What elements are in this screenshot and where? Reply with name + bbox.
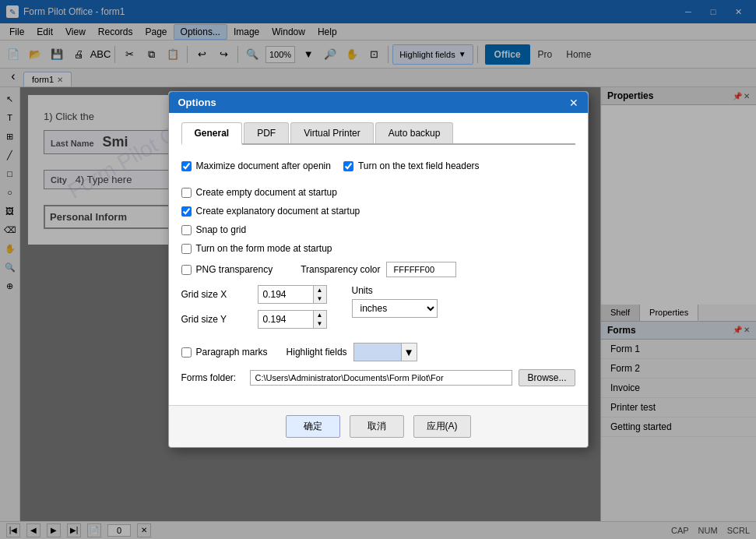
grid-size-y-row: Grid size Y ▲ ▼ <box>181 310 327 329</box>
form-mode-checkbox[interactable] <box>181 244 192 254</box>
modal-close-button[interactable]: ✕ <box>569 97 578 108</box>
transparency-color-input[interactable] <box>386 262 456 277</box>
units-select[interactable]: inches centimeters pixels <box>352 299 438 318</box>
modal-footer: 确定 取消 应用(A) <box>169 405 588 447</box>
grid-size-x-row: Grid size X ▲ ▼ <box>181 285 327 304</box>
highlight-color-picker: ▼ <box>353 343 417 361</box>
grid-size-y-up-button[interactable]: ▲ <box>314 311 326 319</box>
grid-size-x-input-wrap: ▲ ▼ <box>258 285 327 304</box>
empty-doc-checkbox[interactable] <box>181 188 192 198</box>
units-label: Units <box>352 285 438 296</box>
png-transparency-label: PNG transparency <box>196 264 273 275</box>
grid-size-x-input[interactable] <box>258 287 313 302</box>
grid-size-y-down-button[interactable]: ▼ <box>314 319 326 328</box>
browse-button[interactable]: Browse... <box>519 369 575 386</box>
modal-tabs: General PDF Virtual Printer Auto backup <box>181 122 575 145</box>
text-headers-checkbox[interactable] <box>343 161 353 171</box>
checkbox-explanatory: Create explanatory document at startup <box>181 206 575 217</box>
row-maximize-and-text: Maximize document after openin Turn on t… <box>181 160 575 179</box>
snap-grid-label: Snap to grid <box>196 224 247 235</box>
maximize-label: Maximize document after openin <box>196 160 331 171</box>
grid-size-y-input-wrap: ▲ ▼ <box>258 310 327 329</box>
modal-title: Options <box>178 97 216 108</box>
grid-size-x-down-button[interactable]: ▼ <box>314 294 326 303</box>
tab-auto-backup[interactable]: Auto backup <box>375 122 454 143</box>
para-marks-checkbox[interactable] <box>181 347 192 358</box>
para-highlight-row: Paragraph marks Highlight fields ▼ <box>181 343 575 361</box>
form-mode-label: Turn on the form mode at startup <box>196 243 332 254</box>
grid-and-units: Grid size X ▲ ▼ Grid size Y <box>181 285 575 335</box>
text-headers-label: Turn on the text field headers <box>358 160 480 171</box>
png-transparency-checkbox[interactable] <box>181 265 192 275</box>
ok-button[interactable]: 确定 <box>286 415 340 438</box>
grid-size-y-label: Grid size Y <box>181 314 251 325</box>
tab-general[interactable]: General <box>181 122 243 145</box>
grid-size-x-label: Grid size X <box>181 289 251 300</box>
grid-sizes: Grid size X ▲ ▼ Grid size Y <box>181 285 327 335</box>
checkbox-empty-doc: Create empty document at startup <box>181 187 575 198</box>
empty-doc-label: Create empty document at startup <box>196 187 337 198</box>
checkbox-maximize: Maximize document after openin <box>181 160 331 171</box>
highlight-fields-color-row: Highlight fields ▼ <box>287 343 417 361</box>
para-marks-label: Paragraph marks <box>196 347 268 358</box>
checkbox-png-wrap: PNG transparency <box>181 264 273 275</box>
transparency-color-row: Transparency color <box>285 262 456 277</box>
units-section: Units inches centimeters pixels <box>352 285 438 318</box>
tab-virtual-printer[interactable]: Virtual Printer <box>290 122 373 143</box>
modal-title-bar: Options ✕ <box>169 92 588 113</box>
maximize-checkbox[interactable] <box>181 161 192 171</box>
cancel-button[interactable]: 取消 <box>350 415 404 438</box>
options-modal: Options ✕ General PDF Virtual Printer Au… <box>168 91 589 448</box>
modal-overlay: Options ✕ General PDF Virtual Printer Au… <box>0 0 756 539</box>
checkbox-snap-grid: Snap to grid <box>181 224 575 235</box>
explanatory-checkbox[interactable] <box>181 206 192 217</box>
snap-grid-checkbox[interactable] <box>181 225 192 235</box>
png-transparency-row: PNG transparency Transparency color <box>181 262 575 277</box>
transparency-color-label: Transparency color <box>301 264 380 275</box>
forms-folder-input[interactable] <box>250 370 513 386</box>
apply-button[interactable]: 应用(A) <box>413 415 471 438</box>
modal-body: General PDF Virtual Printer Auto backup … <box>169 113 588 405</box>
highlight-color-dropdown-button[interactable]: ▼ <box>401 343 417 361</box>
grid-size-x-up-button[interactable]: ▲ <box>314 286 326 294</box>
grid-size-y-input[interactable] <box>258 312 313 327</box>
checkbox-text-headers: Turn on the text field headers <box>343 160 480 171</box>
highlight-color-swatch[interactable] <box>354 343 401 361</box>
forms-folder-label: Forms folder: <box>181 372 244 383</box>
explanatory-label: Create explanatory document at startup <box>196 206 360 217</box>
forms-folder-row: Forms folder: Browse... <box>181 369 575 386</box>
options-general-section: Maximize document after openin Turn on t… <box>181 157 575 396</box>
checkbox-para-marks-wrap: Paragraph marks <box>181 347 268 358</box>
checkbox-form-mode: Turn on the form mode at startup <box>181 243 575 254</box>
highlight-fields-label: Highlight fields <box>287 347 347 358</box>
tab-pdf[interactable]: PDF <box>244 122 289 143</box>
